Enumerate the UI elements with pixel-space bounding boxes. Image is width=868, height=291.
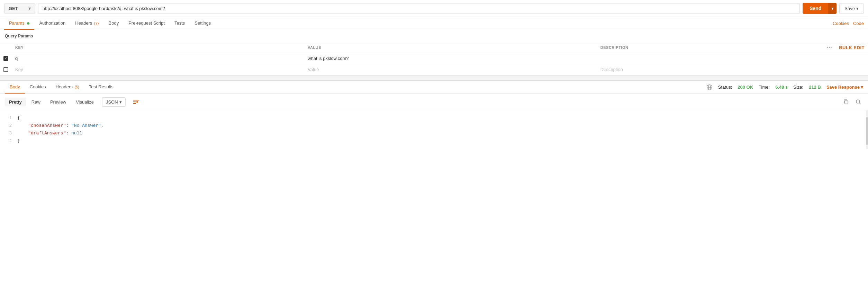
- col-header-dots: ···: [823, 42, 835, 53]
- save-response-button[interactable]: Save Response ▾: [826, 85, 863, 90]
- response-tab-test-results[interactable]: Test Results: [84, 81, 118, 94]
- tabs-right-links: Cookies Code: [833, 21, 864, 26]
- empty-row-key-input[interactable]: [15, 67, 301, 72]
- time-label: Time:: [759, 85, 770, 90]
- format-tab-preview[interactable]: Preview: [46, 98, 70, 106]
- format-tab-pretty[interactable]: Pretty: [5, 98, 26, 106]
- row-key-cell: [12, 53, 304, 64]
- tab-authorization[interactable]: Authorization: [34, 17, 70, 30]
- row-checkbox[interactable]: [3, 56, 8, 61]
- scrollbar-track[interactable]: [866, 110, 868, 149]
- empty-row-desc-input[interactable]: [600, 67, 820, 72]
- row-value-input[interactable]: [308, 56, 594, 61]
- globe-icon: [706, 84, 713, 90]
- col-header-key: KEY: [12, 42, 304, 53]
- wrap-icon: [133, 98, 139, 105]
- format-type-dropdown[interactable]: JSON ▾: [102, 97, 126, 107]
- response-tab-body[interactable]: Body: [5, 81, 25, 94]
- format-tab-raw[interactable]: Raw: [27, 98, 45, 106]
- empty-row-dots-cell: [823, 64, 835, 75]
- format-dropdown-chevron-icon: ▾: [119, 99, 122, 105]
- size-label: Size:: [793, 85, 803, 90]
- time-value: 6.48 s: [775, 85, 788, 90]
- row-value-cell: [304, 53, 597, 64]
- bulk-edit-button[interactable]: Bulk Edit: [839, 45, 865, 50]
- empty-row-key-cell: [12, 64, 304, 75]
- svg-line-8: [859, 103, 860, 104]
- col-header-check: [0, 42, 12, 53]
- empty-row-checkbox-cell: [0, 64, 12, 75]
- empty-row-desc-cell: [597, 64, 824, 75]
- col-header-description: DESCRIPTION: [597, 42, 824, 53]
- copy-button[interactable]: [841, 97, 851, 107]
- size-value: 212 B: [809, 85, 821, 90]
- save-response-chevron-icon: ▾: [861, 85, 863, 90]
- table-row: [0, 53, 868, 64]
- send-button[interactable]: Send: [803, 3, 828, 14]
- svg-rect-6: [845, 101, 848, 104]
- tab-body[interactable]: Body: [104, 17, 124, 30]
- top-bar: GET ▾ Send ▾ Save ▾: [0, 0, 868, 17]
- empty-row-value-cell: [304, 64, 597, 75]
- response-tab-headers[interactable]: Headers (5): [51, 81, 84, 94]
- table-row-empty: [0, 64, 868, 75]
- cookies-link[interactable]: Cookies: [833, 21, 849, 26]
- code-area: 1 { 2 "chosenAnswer": "No Answer", 3 "dr…: [0, 110, 868, 149]
- row-desc-input[interactable]: [600, 56, 820, 61]
- format-tab-visualize[interactable]: Visualize: [72, 98, 98, 106]
- send-button-group: Send ▾: [803, 3, 837, 14]
- send-dropdown-button[interactable]: ▾: [828, 3, 837, 14]
- method-select[interactable]: GET ▾: [4, 3, 35, 14]
- empty-row-checkbox[interactable]: [3, 67, 8, 72]
- request-tabs-bar: Params Authorization Headers (7) Body Pr…: [0, 17, 868, 30]
- save-button[interactable]: Save ▾: [839, 3, 864, 14]
- response-body-container: 1 { 2 "chosenAnswer": "No Answer", 3 "dr…: [0, 110, 868, 149]
- params-table: KEY VALUE DESCRIPTION ··· Bulk Edit: [0, 42, 868, 75]
- tab-tests[interactable]: Tests: [170, 17, 190, 30]
- code-line-2: 2 "chosenAnswer": "No Answer",: [5, 122, 863, 130]
- query-params-header: Query Params: [0, 30, 868, 42]
- code-line-1: 1 {: [5, 114, 863, 122]
- status-label: Status:: [718, 85, 732, 90]
- status-value: 200 OK: [738, 85, 753, 90]
- row-desc-cell: [597, 53, 824, 64]
- svg-point-7: [856, 100, 860, 103]
- copy-icon: [843, 99, 849, 105]
- section-divider: [0, 75, 868, 81]
- tab-pre-request[interactable]: Pre-request Script: [124, 17, 170, 30]
- col-header-value: VALUE: [304, 42, 597, 53]
- empty-row-value-input[interactable]: [308, 67, 594, 72]
- bulk-edit-cell: Bulk Edit: [835, 42, 868, 53]
- format-right-actions: [841, 97, 863, 107]
- code-line-4: 4 }: [5, 137, 863, 145]
- method-chevron-icon: ▾: [28, 6, 31, 11]
- save-dropdown-icon: ▾: [856, 6, 859, 11]
- scrollbar-thumb[interactable]: [866, 117, 868, 145]
- row-checkbox-cell: [0, 53, 12, 64]
- code-link[interactable]: Code: [853, 21, 864, 26]
- response-meta: Status: 200 OK Time: 6.48 s Size: 212 B …: [706, 84, 863, 90]
- tab-settings[interactable]: Settings: [190, 17, 216, 30]
- response-tab-cookies[interactable]: Cookies: [25, 81, 51, 94]
- code-line-3: 3 "draftAnswers": null: [5, 130, 863, 137]
- tab-params[interactable]: Params: [4, 17, 34, 30]
- row-key-input[interactable]: [15, 56, 301, 61]
- wrap-button[interactable]: [130, 97, 142, 107]
- method-label: GET: [9, 6, 18, 11]
- search-button[interactable]: [853, 97, 863, 107]
- format-bar: Pretty Raw Preview Visualize JSON ▾: [0, 94, 868, 110]
- url-input[interactable]: [38, 3, 800, 14]
- row-dots-cell: [823, 53, 835, 64]
- params-dot: [27, 22, 29, 25]
- response-tabs-bar: Body Cookies Headers (5) Test Results St…: [0, 81, 868, 94]
- tab-headers[interactable]: Headers (7): [70, 17, 103, 30]
- more-options-icon[interactable]: ···: [827, 44, 832, 50]
- search-icon: [856, 99, 861, 105]
